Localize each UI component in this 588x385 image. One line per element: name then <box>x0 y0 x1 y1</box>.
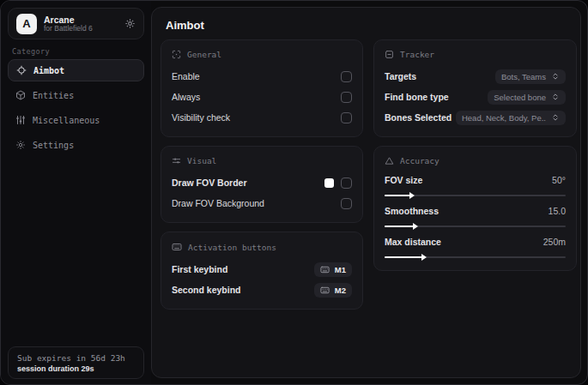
slider-thumb[interactable] <box>421 254 427 261</box>
draw-fov-border-checkbox[interactable] <box>341 177 352 189</box>
card-title: General <box>187 50 221 59</box>
dropdown-value: Bots, Teams <box>501 72 546 81</box>
slider-value: 250m <box>543 237 566 247</box>
sidebar-nav: Aimbot Entities Miscellaneous Settings <box>8 59 144 159</box>
brand-subtitle: for Battlefield 6 <box>44 25 118 33</box>
sidebar-item-label: Miscellaneous <box>33 116 100 125</box>
frame-minus-icon <box>385 50 394 59</box>
subscription-info: Sub expires in 56d 23h session duration … <box>8 346 144 379</box>
always-checkbox[interactable] <box>341 92 352 103</box>
tracker-card: Tracker Targets Bots, Teams Find bone ty… <box>373 39 577 137</box>
brand-logo: A <box>16 14 37 34</box>
card-title: Accuracy <box>400 156 439 165</box>
setting-row-draw-fov-background: Draw FOV Background <box>172 194 352 213</box>
setting-row-find-bone-type: Find bone type Selected bone <box>385 87 566 106</box>
max-distance-slider[interactable] <box>385 256 566 258</box>
fov-border-color-swatch[interactable] <box>324 178 334 188</box>
chevron-up-down-icon <box>551 113 560 122</box>
dropdown-value: Selected bone <box>494 93 546 102</box>
accuracy-card: Accuracy FOV size 50° Smoothne <box>373 146 577 271</box>
setting-row-first-keybind: First keybind M1 <box>172 260 352 279</box>
slider-value: 15.0 <box>549 206 566 216</box>
keyboard-icon <box>320 286 330 295</box>
slider-value: 50° <box>552 175 566 185</box>
page-title: Aimbot <box>166 19 204 32</box>
sub-expiry-text: Sub expires in 56d 23h <box>17 353 135 363</box>
slider-thumb[interactable] <box>413 223 418 230</box>
keybind-value: M2 <box>335 286 346 295</box>
setting-label: Draw FOV Background <box>172 198 264 208</box>
setting-row-always: Always <box>172 87 352 106</box>
main-panel: Aimbot General Enable Always <box>151 7 581 378</box>
setting-label: Targets <box>385 71 416 81</box>
app-window: A Arcane for Battlefield 6 Category Aimb… <box>0 0 588 385</box>
sliders-icon <box>15 115 26 125</box>
first-keybind-button[interactable]: M1 <box>314 262 352 277</box>
setting-label: First keybind <box>172 264 227 274</box>
visibility-check-checkbox[interactable] <box>341 112 352 123</box>
setting-row-enable: Enable <box>172 67 352 86</box>
card-title: Tracker <box>400 50 434 59</box>
scan-icon <box>172 50 181 59</box>
gear-icon <box>15 140 26 150</box>
keyboard-icon <box>172 242 182 252</box>
setting-row-targets: Targets Bots, Teams <box>385 67 566 86</box>
max-distance-slider-group: Max distance 250m <box>385 235 566 258</box>
card-title: Activation buttons <box>188 243 276 252</box>
smoothness-slider[interactable] <box>385 226 566 227</box>
visual-card: Visual Draw FOV Border Draw FOV Backgrou… <box>161 146 363 223</box>
draw-fov-background-checkbox[interactable] <box>341 198 352 209</box>
setting-label: Always <box>172 92 200 102</box>
brand-text: Arcane for Battlefield 6 <box>44 15 118 33</box>
setting-row-bones-selected: Bones Selected Head, Neck, Body, Pe.. <box>385 108 566 127</box>
triangle-icon <box>385 156 394 165</box>
fov-size-slider[interactable] <box>385 195 566 196</box>
session-duration-text: session duration 29s <box>17 364 135 373</box>
slider-thumb[interactable] <box>409 192 415 199</box>
sidebar: A Arcane for Battlefield 6 Category Aimb… <box>1 1 151 384</box>
category-label: Category <box>12 47 50 56</box>
setting-label: Visibility check <box>172 112 230 123</box>
dropdown-value: Head, Neck, Body, Pe.. <box>462 113 546 123</box>
setting-row-visibility-check: Visibility check <box>172 108 352 127</box>
gear-icon[interactable] <box>124 18 136 29</box>
setting-label: Find bone type <box>385 92 449 102</box>
setting-label: FOV size <box>385 175 422 185</box>
sidebar-item-label: Entities <box>33 91 74 100</box>
setting-label: Smoothness <box>385 206 439 216</box>
sidebar-item-miscellaneous[interactable]: Miscellaneous <box>8 109 144 131</box>
find-bone-type-dropdown[interactable]: Selected bone <box>488 90 566 105</box>
keybind-value: M1 <box>335 265 346 274</box>
targets-dropdown[interactable]: Bots, Teams <box>495 69 566 84</box>
setting-label: Enable <box>172 71 200 81</box>
brand-name: Arcane <box>44 15 118 25</box>
crosshair-icon <box>16 65 27 75</box>
bones-selected-dropdown[interactable]: Head, Neck, Body, Pe.. <box>456 111 566 125</box>
setting-row-draw-fov-border: Draw FOV Border <box>172 173 352 192</box>
sidebar-item-label: Aimbot <box>33 66 64 75</box>
chevron-up-down-icon <box>551 72 560 81</box>
second-keybind-button[interactable]: M2 <box>314 283 352 298</box>
sidebar-item-settings[interactable]: Settings <box>8 134 144 156</box>
brand-card: A Arcane for Battlefield 6 <box>8 8 144 39</box>
right-column: Tracker Targets Bots, Teams Find bone ty… <box>373 39 577 271</box>
tune-icon <box>172 156 181 165</box>
setting-label: Bones Selected <box>385 112 452 123</box>
setting-row-second-keybind: Second keybind M2 <box>172 280 352 299</box>
setting-label: Second keybind <box>172 285 241 295</box>
chevron-up-down-icon <box>551 93 560 101</box>
left-column: General Enable Always Visibility check <box>161 39 363 310</box>
general-card: General Enable Always Visibility check <box>161 39 363 137</box>
sidebar-item-entities[interactable]: Entities <box>8 84 144 106</box>
smoothness-slider-group: Smoothness 15.0 <box>385 204 566 227</box>
setting-label: Draw FOV Border <box>172 177 247 188</box>
fov-size-slider-group: FOV size 50° <box>385 173 566 196</box>
card-title: Visual <box>187 156 216 165</box>
cube-icon <box>15 90 26 100</box>
keyboard-icon <box>320 265 330 274</box>
sidebar-item-label: Settings <box>33 141 74 150</box>
sidebar-item-aimbot[interactable]: Aimbot <box>8 59 144 81</box>
enable-checkbox[interactable] <box>341 71 352 82</box>
activation-buttons-card: Activation buttons First keybind M1 Seco… <box>161 232 363 310</box>
setting-label: Max distance <box>385 237 441 247</box>
